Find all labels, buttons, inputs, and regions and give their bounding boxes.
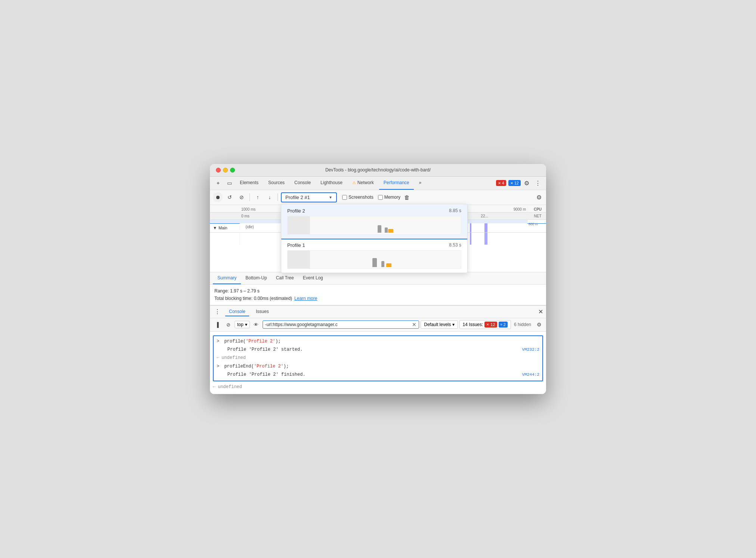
close-button[interactable]: [216, 168, 221, 173]
capture-settings-button[interactable]: ⚙: [535, 192, 543, 202]
tab-sources[interactable]: Sources: [264, 176, 289, 190]
learn-more-link[interactable]: Learn more: [294, 296, 317, 301]
profile-dropdown-wrapper: Profile 2 #1 ▼ Profile 2 8.85 s: [281, 192, 337, 202]
download-button[interactable]: ↓: [265, 192, 275, 202]
tab-performance[interactable]: Performance: [379, 176, 414, 190]
warning-icon: ⚠: [352, 180, 356, 185]
context-selector-label: top: [237, 322, 244, 327]
inspect-icon[interactable]: ⌖: [213, 178, 223, 188]
chart-spike-6: [386, 263, 391, 267]
console-text-5: Profile 'Profile 2' finished.: [217, 371, 522, 378]
tab-console-tab[interactable]: Console: [290, 176, 315, 190]
x-icon: ✕: [486, 323, 489, 326]
eye-button[interactable]: 👁: [251, 320, 261, 329]
blocking-text: Total blocking time: 0.00ms (estimated): [214, 296, 292, 301]
net-800: 800 m: [528, 222, 538, 226]
tab-network[interactable]: ⚠ Network: [348, 176, 378, 190]
dropdown-item-profile2[interactable]: Profile 2 8.85 s: [281, 204, 467, 239]
dropdown-profile1-chart: [287, 250, 461, 269]
context-chevron-icon: ▾: [245, 322, 247, 327]
settings-icon[interactable]: ⚙: [521, 178, 532, 188]
profile-dropdown-label: Profile 2 #1: [285, 195, 310, 200]
screenshots-label: Screenshots: [348, 195, 374, 200]
filter-input-wrapper: ✕: [263, 320, 419, 329]
clear-console-button[interactable]: ⊘: [223, 320, 233, 329]
reload-record-button[interactable]: ↺: [225, 192, 235, 202]
hidden-count-label: 6 hidden: [512, 322, 533, 327]
tab-lighthouse[interactable]: Lighthouse: [316, 176, 347, 190]
blocking-line: Total blocking time: 0.00ms (estimated) …: [214, 296, 542, 301]
close-console-button[interactable]: ✕: [538, 308, 543, 315]
levels-label: Default levels ▾: [424, 322, 454, 327]
chart-thumbnail-2: [288, 216, 310, 234]
collapse-icon: ▼: [213, 226, 217, 230]
console-line-2: Profile 'Profile 2' started. VM232:2: [216, 346, 540, 354]
issues-error-badge: ✕ 12: [484, 322, 497, 328]
extra-label: [210, 233, 240, 245]
dropdown-profile2-time: 8.85 s: [449, 208, 461, 213]
console-section: ⋮ Console Issues ✕ ▐ ⊘ top ▾ 👁: [210, 305, 546, 394]
levels-button[interactable]: Default levels ▾: [421, 320, 458, 329]
vm244-link[interactable]: VM244:2: [522, 372, 539, 378]
console-text-4: profileEnd('Profile 2');: [221, 363, 539, 370]
tab-elements[interactable]: Elements: [235, 176, 263, 190]
separator2: [278, 193, 278, 201]
profile-dropdown-button[interactable]: Profile 2 #1 ▼: [281, 192, 337, 202]
chart-spike-2: [385, 227, 388, 233]
trash-button[interactable]: 🗑: [403, 193, 411, 202]
tab-summary[interactable]: Summary: [213, 272, 241, 284]
error-badge[interactable]: ✕ 4: [496, 180, 506, 186]
sidebar-toggle-button[interactable]: ▐: [212, 320, 222, 329]
console-menu-button[interactable]: ⋮: [213, 307, 222, 316]
screenshots-checkbox-label[interactable]: Screenshots: [342, 195, 374, 200]
clear-button[interactable]: ⊘: [237, 192, 247, 202]
tab-bottom-up[interactable]: Bottom-Up: [241, 272, 271, 284]
memory-label: Memory: [384, 195, 400, 200]
warning-badge[interactable]: ✕ 12: [508, 180, 521, 186]
undefined-text-2: undefined: [218, 384, 242, 391]
tab-event-log[interactable]: Event Log: [298, 272, 328, 284]
screenshots-checkbox[interactable]: [342, 195, 347, 200]
device-icon[interactable]: ▭: [224, 178, 235, 188]
dropdown-profile1-title: Profile 1: [287, 242, 305, 248]
tab-bar: ⌖ ▭ Elements Sources Console Lighthouse …: [210, 177, 546, 190]
console-line-4: > profileEnd('Profile 2');: [216, 363, 540, 371]
maximize-button[interactable]: [230, 168, 235, 173]
console-text-2: Profile 'Profile 2' started.: [217, 346, 522, 353]
filter-input[interactable]: [265, 322, 411, 327]
bottom-tabs-bar: Summary Bottom-Up Call Tree Event Log: [210, 272, 546, 285]
clear-filter-icon[interactable]: ✕: [412, 322, 416, 328]
error-x-icon: ✕: [498, 181, 501, 185]
title-bar: DevTools - blog.google/technology/ai/cod…: [210, 164, 546, 177]
console-tab-issues[interactable]: Issues: [252, 307, 273, 316]
more-options-icon[interactable]: ⋮: [533, 178, 543, 188]
chevron-down-icon: ▼: [329, 195, 332, 199]
dropdown-item-profile1[interactable]: Profile 1 8.53 s: [281, 239, 467, 273]
undefined-text-1: undefined: [221, 354, 246, 362]
dropdown-profile2-title: Profile 2: [287, 208, 305, 214]
cpu-label: CPU: [527, 207, 546, 211]
vm232-link[interactable]: VM232:2: [522, 347, 539, 353]
upload-button[interactable]: ↑: [253, 192, 263, 202]
console-header: ⋮ Console Issues ✕: [210, 306, 546, 318]
tab-more[interactable]: »: [415, 176, 426, 190]
main-text: Main: [219, 226, 227, 230]
console-tab-console[interactable]: Console: [225, 307, 249, 316]
console-settings-button[interactable]: ⚙: [534, 320, 544, 329]
console-output: > profile('Profile 2'); Profile 'Profile…: [210, 332, 546, 394]
issues-warning-badge: ≡ 2: [499, 322, 508, 328]
context-selector[interactable]: top ▾: [235, 321, 250, 328]
profile-dropdown-menu: Profile 2 8.85 s: [281, 204, 468, 273]
console-line-1: > profile('Profile 2');: [216, 338, 540, 346]
dropdown-profile2-chart: [287, 216, 461, 235]
tab-call-tree[interactable]: Call Tree: [272, 272, 298, 284]
console-line-3: ← undefined: [216, 354, 540, 362]
info-icon: ≡: [501, 323, 502, 326]
separator: [250, 193, 250, 201]
memory-checkbox-label[interactable]: Memory: [378, 195, 400, 200]
chart-spike-5: [381, 261, 384, 267]
memory-checkbox[interactable]: [378, 195, 383, 200]
minimize-button[interactable]: [223, 168, 228, 173]
record-button[interactable]: ⏺: [213, 192, 223, 202]
prompt-arrow-1: >: [217, 338, 219, 345]
